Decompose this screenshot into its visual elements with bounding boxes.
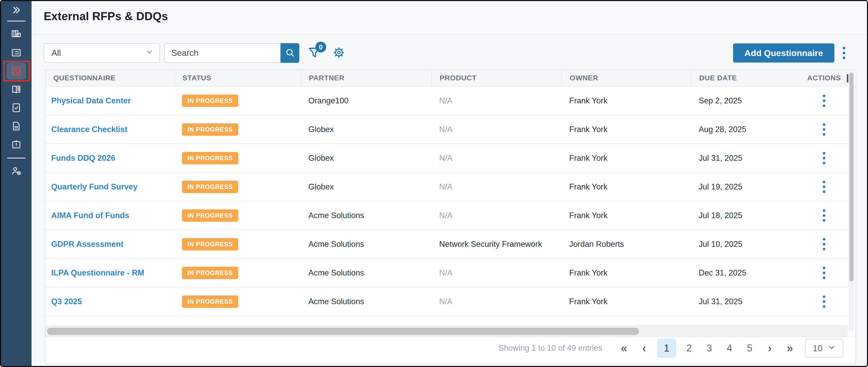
column-header-due-date[interactable]: DUE DATE <box>691 70 800 86</box>
partial-row <box>45 316 848 326</box>
owner-cell: Frank York <box>561 201 691 230</box>
owner-cell: Frank York <box>561 259 691 287</box>
owner-cell: Frank York <box>561 173 691 201</box>
page-size-select[interactable]: 10 <box>805 339 843 358</box>
product-cell: N/A <box>431 173 561 201</box>
product-cell: N/A <box>431 87 561 115</box>
questionnaire-link[interactable]: Clearance Checklist <box>51 125 127 134</box>
column-header-owner[interactable]: OWNER <box>561 70 691 86</box>
partner-cell: Acme Solutions <box>301 201 431 230</box>
owner-cell: Frank York <box>561 87 691 115</box>
sidebar-item-documents[interactable] <box>1 117 32 135</box>
status-badge: IN PROGRESS <box>182 209 238 222</box>
horizontal-scrollbar-thumb[interactable] <box>47 328 639 335</box>
row-actions-kebab-icon[interactable] <box>821 265 827 281</box>
status-badge: IN PROGRESS <box>182 123 238 136</box>
questionnaire-link[interactable]: Quarterly Fund Survey <box>51 182 137 191</box>
sidebar-item-library[interactable] <box>1 80 32 98</box>
row-actions-kebab-icon[interactable] <box>821 237 827 252</box>
first-page-button[interactable]: « <box>617 339 631 358</box>
toolbar-kebab-icon[interactable] <box>841 45 847 61</box>
column-header-product[interactable]: PRODUCT <box>431 70 561 86</box>
questionnaire-link[interactable]: AIMA Fund of Funds <box>51 211 129 220</box>
horizontal-scrollbar <box>45 326 848 337</box>
row-actions-kebab-icon[interactable] <box>821 294 827 309</box>
table-row: ILPA Questionnaire - RMIN PROGRESSAcme S… <box>45 259 848 287</box>
add-questionnaire-button[interactable]: Add Questionnaire <box>733 43 834 63</box>
due-date-cell: Jul 10, 2025 <box>691 230 800 258</box>
gear-icon <box>333 46 345 60</box>
row-actions-kebab-icon[interactable] <box>821 150 827 166</box>
questionnaire-link[interactable]: Physical Data Center <box>51 96 131 105</box>
owner-cell: Frank York <box>561 287 691 315</box>
row-actions-kebab-icon[interactable] <box>821 122 827 137</box>
page-title: External RFPs & DDQs <box>32 1 867 23</box>
owner-cell: Frank York <box>561 115 691 144</box>
questionnaire-link[interactable]: Q3 2025 <box>51 297 82 306</box>
sidebar <box>1 1 32 366</box>
next-page-button[interactable]: › <box>763 339 777 358</box>
column-header-actions[interactable]: ACTIONS <box>800 70 848 86</box>
sidebar-item-issues[interactable] <box>1 135 32 154</box>
page-button-1[interactable]: 1 <box>657 339 676 358</box>
status-badge: IN PROGRESS <box>182 95 238 107</box>
open-book-icon <box>10 84 22 95</box>
pagination: « ‹ 12345 › » <box>617 339 797 358</box>
sidebar-item-company[interactable] <box>1 25 32 43</box>
product-cell: N/A <box>431 201 561 230</box>
due-date-cell: Dec 31, 2025 <box>691 259 800 287</box>
page-header: External RFPs & DDQs <box>32 1 867 35</box>
table-row: Q3 2025IN PROGRESSAcme SolutionsN/AFrank… <box>45 287 848 316</box>
partner-cell: Acme Solutions <box>301 259 431 287</box>
partner-cell: Globex <box>301 144 431 172</box>
questionnaire-link[interactable]: Funds DDQ 2026 <box>51 154 115 163</box>
filter-type-dropdown-value: All <box>52 48 61 58</box>
partner-cell: Acme Solutions <box>301 287 431 315</box>
partner-cell: Orange100 <box>301 87 431 115</box>
partner-cell: Globex <box>301 173 431 201</box>
questionnaire-link[interactable]: GDPR Assessment <box>51 240 124 249</box>
product-cell: Network Security Framework <box>431 230 561 258</box>
table-row: Physical Data CenterIN PROGRESSOrange100… <box>45 87 848 115</box>
settings-button[interactable] <box>333 46 345 60</box>
owner-cell: Jordan Roberts <box>561 230 691 258</box>
status-badge: IN PROGRESS <box>182 296 238 308</box>
sidebar-item-rfps-selected[interactable] <box>1 62 32 80</box>
status-badge: IN PROGRESS <box>182 181 238 193</box>
prev-page-button[interactable]: ‹ <box>637 339 651 358</box>
page-button-2[interactable]: 2 <box>682 339 696 358</box>
column-header-status[interactable]: STATUS <box>174 70 301 86</box>
table-header-row: QUESTIONNAIRESTATUSPARTNERPRODUCTOWNERDU… <box>45 70 848 87</box>
pagination-pages: 12345 <box>657 339 757 358</box>
column-header-questionnaire[interactable]: QUESTIONNAIRE <box>45 70 174 86</box>
status-badge: IN PROGRESS <box>182 267 238 279</box>
vertical-scrollbar-thumb[interactable] <box>849 72 854 281</box>
magnifier-icon <box>285 48 295 59</box>
sidebar-expand-button[interactable] <box>1 3 32 19</box>
questionnaire-link[interactable]: ILPA Questionnaire - RM <box>51 268 144 278</box>
row-actions-kebab-icon[interactable] <box>821 208 827 223</box>
chevron-down-icon <box>146 48 153 58</box>
status-badge: IN PROGRESS <box>182 238 238 250</box>
filter-count-badge: 0 <box>315 41 326 53</box>
search-input[interactable] <box>164 43 280 63</box>
page-button-5[interactable]: 5 <box>742 339 757 358</box>
row-actions-kebab-icon[interactable] <box>821 179 827 194</box>
sidebar-item-lists[interactable] <box>1 43 32 62</box>
table-footer: Showing 1 to 10 of 49 entries « ‹ 12345 … <box>45 337 856 359</box>
questionnaire-table-card: QUESTIONNAIRESTATUSPARTNERPRODUCTOWNERDU… <box>45 69 856 364</box>
filter-type-dropdown[interactable]: All <box>44 43 160 63</box>
search-box <box>164 43 299 63</box>
page-button-4[interactable]: 4 <box>722 339 737 358</box>
search-button[interactable] <box>280 43 299 63</box>
filter-button[interactable]: 0 <box>307 45 322 61</box>
row-actions-kebab-icon[interactable] <box>821 93 827 109</box>
sidebar-divider <box>7 21 26 22</box>
column-header-partner[interactable]: PARTNER <box>301 70 431 86</box>
box-alert-icon <box>11 139 22 150</box>
last-page-button[interactable]: » <box>783 339 797 358</box>
page-button-3[interactable]: 3 <box>702 339 716 358</box>
sidebar-item-tasks[interactable] <box>1 98 32 117</box>
document-icon <box>11 121 22 131</box>
sidebar-item-user-admin[interactable] <box>1 161 32 180</box>
